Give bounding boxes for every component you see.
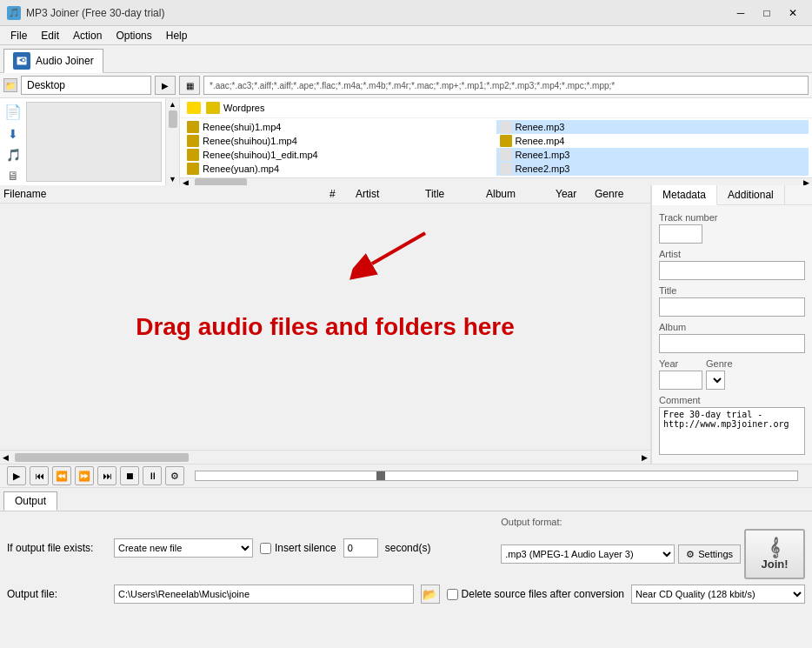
- format-select[interactable]: .mp3 (MPEG-1 Audio Layer 3) .mp4 .wav .f…: [501, 544, 675, 564]
- right-file-panel: Wordpres Renee(shui)1.mp4 Renee.mp3 Rene…: [180, 98, 812, 184]
- artist-input[interactable]: [659, 261, 805, 280]
- mp4-icon: [187, 121, 199, 133]
- next-track-button[interactable]: ⏭: [97, 466, 116, 485]
- tab-metadata[interactable]: Metadata: [652, 185, 717, 205]
- delete-source-checkbox[interactable]: [447, 589, 458, 600]
- browse-button[interactable]: 📂: [421, 585, 440, 604]
- col-title: Title: [425, 188, 486, 200]
- left-tree-panel: 📄 ⬇ 🎵 🖥 ▲ ▼: [0, 98, 180, 185]
- minimize-button[interactable]: ─: [729, 4, 753, 22]
- album-field: Album: [659, 322, 805, 353]
- file-name: Renee1.mp3: [516, 150, 570, 160]
- col-genre: Genre: [595, 188, 647, 200]
- tab-additional[interactable]: Additional: [717, 185, 785, 204]
- metadata-content: Track number Artist Title Album Year: [652, 205, 812, 464]
- address-bar: 📁 ▶ ▦: [0, 73, 812, 98]
- options-button[interactable]: ⚙: [165, 466, 184, 485]
- maximize-button[interactable]: □: [755, 4, 779, 22]
- output-row1: If output file exists: Create new file O…: [7, 517, 805, 579]
- list-item[interactable]: Renee.mp3: [496, 120, 809, 134]
- folder-row[interactable]: Wordpres: [180, 98, 812, 118]
- year-label: Year: [659, 358, 702, 369]
- progress-thumb: [376, 471, 385, 480]
- artist-field: Artist: [659, 249, 805, 280]
- col-num: #: [329, 188, 356, 200]
- location-input[interactable]: [21, 76, 151, 95]
- output-tabs: Output: [0, 488, 812, 511]
- folder-icon-yellow: [187, 102, 201, 114]
- silence-duration-input[interactable]: [343, 538, 378, 558]
- comment-label: Comment: [659, 395, 805, 405]
- next-button[interactable]: ⏩: [75, 466, 94, 485]
- title-label: Title: [659, 285, 805, 296]
- list-item[interactable]: Renee2.mp3: [496, 162, 809, 176]
- progress-bar[interactable]: [195, 471, 798, 481]
- track-number-field: Track number: [659, 212, 805, 244]
- year-input[interactable]: [659, 371, 702, 390]
- view-button[interactable]: ▦: [179, 76, 200, 95]
- play-button[interactable]: ▶: [7, 466, 26, 485]
- list-item[interactable]: Renee(shuihou)1.mp4: [183, 134, 496, 148]
- app-icon: 🎵: [7, 6, 21, 20]
- pause-button[interactable]: ⏸: [143, 466, 162, 485]
- filter-input[interactable]: [203, 76, 809, 95]
- insert-silence-checkbox[interactable]: [260, 543, 271, 554]
- audio-joiner-label: Audio Joiner: [36, 55, 94, 67]
- artist-label: Artist: [659, 249, 805, 259]
- audio-joiner-tab[interactable]: Audio Joiner: [3, 49, 103, 73]
- track-number-input[interactable]: [659, 224, 702, 244]
- title-input[interactable]: [659, 297, 805, 317]
- menu-file[interactable]: File: [3, 28, 34, 43]
- file-name: Renee(shuihou)1_edit.mp4: [203, 150, 318, 160]
- file-name: Renee(shui)1.mp4: [203, 122, 282, 132]
- scroll-right-arrow2[interactable]: ▶: [639, 453, 650, 462]
- transport-bar: ▶ ⏮ ⏪ ⏩ ⏭ ⏹ ⏸ ⚙: [0, 464, 812, 488]
- drag-arrow: [349, 213, 435, 298]
- menu-action[interactable]: Action: [66, 28, 109, 43]
- folder-name: Wordpres: [223, 103, 264, 113]
- title-field: Title: [659, 285, 805, 317]
- mp3-icon: [500, 163, 512, 175]
- scroll-down-arrow[interactable]: ▼: [169, 175, 176, 184]
- files-grid: Renee(shui)1.mp4 Renee.mp3 Renee(shuihou…: [180, 118, 812, 177]
- file-name: Renee2.mp3: [516, 164, 570, 174]
- album-input[interactable]: [659, 334, 805, 353]
- prev-button[interactable]: ⏪: [52, 466, 71, 485]
- menu-help[interactable]: Help: [159, 28, 195, 43]
- genre-select[interactable]: [706, 371, 725, 390]
- settings-button[interactable]: ⚙ Settings: [678, 544, 741, 564]
- mp4-icon: [187, 149, 199, 161]
- quality-select[interactable]: Near CD Quality (128 kbit/s) CD Quality …: [631, 585, 805, 604]
- stop-button[interactable]: ⏹: [120, 466, 139, 485]
- comment-textarea[interactable]: Free 30-day trial - http://www.mp3joiner…: [659, 407, 805, 455]
- scroll-up-arrow[interactable]: ▲: [169, 100, 176, 109]
- if-exists-label: If output file exists:: [7, 542, 107, 554]
- list-item[interactable]: Renee1.mp3: [496, 148, 809, 162]
- prev-track-button[interactable]: ⏮: [30, 466, 49, 485]
- list-item[interactable]: Renee(shuihou)1_edit.mp4: [183, 148, 496, 162]
- scroll-left-arrow2[interactable]: ◀: [0, 453, 11, 462]
- if-exists-select[interactable]: Create new file Overwrite Skip: [114, 538, 253, 558]
- tree-icons-col: 📄 ⬇ 🎵 🖥: [0, 98, 26, 185]
- delete-source-label: Delete source files after conversion: [447, 588, 624, 600]
- navigate-button[interactable]: ▶: [155, 76, 176, 95]
- output-tab[interactable]: Output: [3, 491, 57, 511]
- list-item[interactable]: Renee(shui)1.mp4: [183, 120, 496, 134]
- file-table: Filename # Artist Title Album Year Genre…: [0, 185, 651, 464]
- scroll-thumb: [169, 110, 177, 128]
- join-button[interactable]: 𝄞 Join!: [744, 529, 805, 579]
- menu-edit[interactable]: Edit: [34, 28, 66, 43]
- menu-options[interactable]: Options: [109, 28, 158, 43]
- format-section: Output format: .mp3 (MPEG-1 Audio Layer …: [501, 517, 805, 579]
- thumbnail-area: [26, 102, 162, 182]
- genre-label: Genre: [706, 358, 805, 369]
- close-button[interactable]: ✕: [781, 4, 805, 22]
- join-icon: 𝄞: [769, 538, 780, 558]
- format-label: Output format:: [501, 517, 805, 527]
- file-name: Renee.mp4: [516, 136, 565, 146]
- list-item[interactable]: Renee.mp4: [496, 134, 809, 148]
- insert-silence-label: Insert silence: [260, 542, 336, 554]
- output-path-input[interactable]: [114, 585, 414, 604]
- mp4-icon: [187, 135, 199, 147]
- list-item[interactable]: Renee(yuan).mp4: [183, 162, 496, 176]
